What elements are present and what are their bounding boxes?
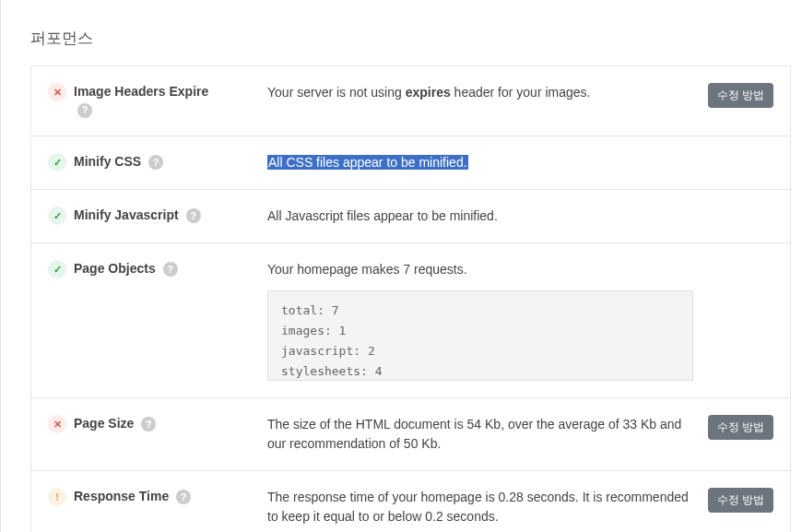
row-description: The size of the HTML document is 54 Kb, … xyxy=(267,415,704,454)
desc-text: The response time of your homepage is 0.… xyxy=(267,490,689,524)
row-page-objects: ✓ Page Objects ? Your homepage makes 7 r… xyxy=(31,243,790,398)
code-line: total: 7 xyxy=(281,301,679,321)
help-icon[interactable]: ? xyxy=(148,155,163,170)
check-icon: ✓ xyxy=(48,207,66,225)
row-response-time: ! Response Time ? The response time of y… xyxy=(31,471,790,532)
section-title-performance: 퍼포먼스 xyxy=(30,28,802,49)
desc-text: The size of the HTML document is 54 Kb, … xyxy=(267,417,681,451)
label-text: Minify Javascript xyxy=(74,207,179,222)
label-text: Response Time xyxy=(74,489,169,503)
row-image-headers-expire: ✕ Image Headers Expire ? Your server is … xyxy=(31,66,790,136)
warning-icon: ! xyxy=(48,488,66,506)
desc-highlight: All CSS files appear to be minified. xyxy=(267,155,468,170)
help-icon[interactable]: ? xyxy=(163,262,178,277)
performance-panel: ✕ Image Headers Expire ? Your server is … xyxy=(30,65,791,532)
row-label: Page Objects ? xyxy=(74,260,267,278)
row-label: Minify CSS ? xyxy=(74,153,267,171)
row-description: Your homepage makes 7 requests. total: 7… xyxy=(267,260,704,381)
row-page-size: ✕ Page Size ? The size of the HTML docum… xyxy=(31,398,790,471)
fix-button[interactable]: 수정 방법 xyxy=(708,415,773,440)
row-description: All CSS files appear to be minified. xyxy=(267,153,704,172)
row-label: Image Headers Expire ? xyxy=(74,83,267,119)
code-block[interactable]: total: 7 images: 1 javascript: 2 stylesh… xyxy=(267,290,693,381)
fix-button[interactable]: 수정 방법 xyxy=(708,83,773,108)
row-minify-javascript: ✓ Minify Javascript ? All Javascript fil… xyxy=(31,190,790,243)
cross-icon: ✕ xyxy=(48,415,66,433)
row-minify-css: ✓ Minify CSS ? All CSS files appear to b… xyxy=(31,136,790,190)
cross-icon: ✕ xyxy=(48,83,66,101)
help-icon[interactable]: ? xyxy=(186,208,201,223)
help-icon[interactable]: ? xyxy=(176,490,191,504)
desc-text: header for your images. xyxy=(451,85,591,100)
help-icon[interactable]: ? xyxy=(77,103,92,118)
desc-text: Your server is not using xyxy=(267,85,406,100)
code-line: javascript: 2 xyxy=(281,341,679,361)
label-text: Page Objects xyxy=(74,261,156,276)
fix-button[interactable]: 수정 방법 xyxy=(708,488,773,513)
code-line: images: 1 xyxy=(281,321,679,341)
desc-bold: expires xyxy=(406,85,451,100)
row-description: All Javascript files appear to be minifi… xyxy=(267,207,704,226)
code-line: stylesheets: 4 xyxy=(281,361,679,381)
row-label: Minify Javascript ? xyxy=(74,207,267,225)
desc-text: Your homepage makes 7 requests. xyxy=(267,262,467,277)
label-text: Minify CSS xyxy=(74,154,141,169)
row-label: Response Time ? xyxy=(74,488,267,506)
label-text: Image Headers Expire xyxy=(74,84,208,99)
help-icon[interactable]: ? xyxy=(141,417,156,432)
row-label: Page Size ? xyxy=(74,415,267,433)
row-description: The response time of your homepage is 0.… xyxy=(267,488,704,526)
check-icon: ✓ xyxy=(48,260,66,278)
check-icon: ✓ xyxy=(48,153,66,171)
row-description: Your server is not using expires header … xyxy=(267,83,704,102)
desc-text: All Javascript files appear to be minifi… xyxy=(267,208,498,223)
label-text: Page Size xyxy=(74,416,134,431)
